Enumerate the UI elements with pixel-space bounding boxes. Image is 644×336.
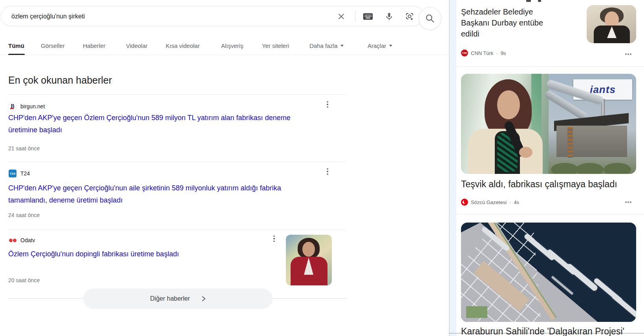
chevron-right-icon [201, 296, 206, 302]
more-options-icon[interactable] [625, 201, 631, 203]
result-title-link[interactable]: CHP'den AKP'ye geçen Çerçioğlu'nun aile … [8, 182, 311, 206]
result-type-tabs: Tümü Görseller Haberler Videolar Kısa vi… [0, 40, 449, 55]
result-source[interactable]: B birgun.net [9, 102, 45, 110]
tab-tumu[interactable]: Tümü [8, 42, 24, 49]
keyboard-icon[interactable] [363, 12, 373, 21]
camera-lens-icon[interactable] [405, 12, 414, 21]
tab-alisveris[interactable]: Alışveriş [221, 42, 243, 49]
divider [8, 94, 346, 95]
result-source[interactable]: Odatv [9, 236, 35, 244]
microphone-icon[interactable] [384, 12, 394, 21]
news-image[interactable]: jants [461, 74, 636, 174]
clipped-headline-fragment [526, 0, 531, 2]
news-headline[interactable]: Karaburun Sahili'nde 'Dalgakıran Projesi… [461, 326, 624, 336]
more-options-icon[interactable] [271, 234, 277, 243]
result-source[interactable]: T24 T24 [9, 170, 30, 177]
result-title-link[interactable]: CHP'den AKP'ye geçen Özlem Çerçioğlu'nun… [8, 112, 311, 136]
news-thumbnail[interactable] [587, 5, 636, 43]
tab-gorseller[interactable]: Görseller [41, 42, 65, 49]
news-headline[interactable]: Şehzadeler Belediye Başkanı Durbay entüb… [461, 6, 562, 39]
news-headline[interactable]: Teşvik aldı, fabrikası çalışmaya başladı [461, 179, 617, 190]
news-source-row[interactable]: CNN CNN Türk · 9s [461, 49, 506, 57]
news-image[interactable] [461, 223, 636, 322]
tab-haberler[interactable]: Haberler [83, 42, 106, 49]
chevron-down-icon [340, 45, 344, 47]
divider [8, 162, 346, 162]
search-input[interactable]: özlem çerçioğlu'nun şirketi [11, 6, 85, 27]
birgun-logo-icon: B [9, 102, 16, 110]
clear-icon[interactable] [337, 12, 346, 21]
divider [456, 66, 644, 67]
result-time: 21 saat önce [8, 145, 40, 152]
tab-yer-siteleri[interactable]: Yer siteleri [262, 42, 289, 49]
active-tab-underline [8, 54, 25, 55]
sozcu-logo-icon [461, 199, 468, 206]
result-title-link[interactable]: Özlem Çerçioğlu'nun dopingli fabrikası ü… [8, 248, 228, 260]
cnn-turk-logo-icon: CNN [461, 49, 468, 57]
page-title: En çok okunan haberler [8, 75, 112, 86]
news-source-row[interactable]: Sözcü Gazetesi · 4s [461, 199, 519, 206]
more-options-icon[interactable] [324, 167, 331, 176]
result-thumbnail[interactable] [286, 235, 332, 285]
more-options-icon[interactable] [324, 100, 331, 109]
google-search-page: özlem çerçioğlu'nun şirketi Tümü [0, 0, 644, 336]
divider [8, 230, 346, 230]
tab-kisa-videolar[interactable]: Kısa videolar [166, 42, 200, 49]
result-time: 20 saat önce [8, 277, 40, 283]
search-icon [425, 13, 435, 24]
result-time: 24 saat önce [8, 212, 40, 218]
clipped-headline-fragment [538, 0, 541, 2]
search-button[interactable] [419, 7, 441, 30]
t24-logo-icon: T24 [9, 170, 16, 177]
search-bar[interactable]: özlem çerçioğlu'nun şirketi [1, 6, 423, 26]
divider [456, 214, 644, 214]
tab-videolar[interactable]: Videolar [126, 42, 148, 49]
chevron-down-icon [389, 45, 392, 47]
more-news-button[interactable]: Diğer haberler [83, 289, 273, 309]
tab-araclar[interactable]: Araçlar [368, 42, 392, 49]
panel-background-band [450, 0, 456, 336]
tab-daha-fazla[interactable]: Daha fazla [309, 42, 344, 49]
odatv-logo-icon [9, 236, 16, 244]
searchbar-divider [355, 11, 355, 22]
more-options-icon[interactable] [625, 53, 631, 55]
